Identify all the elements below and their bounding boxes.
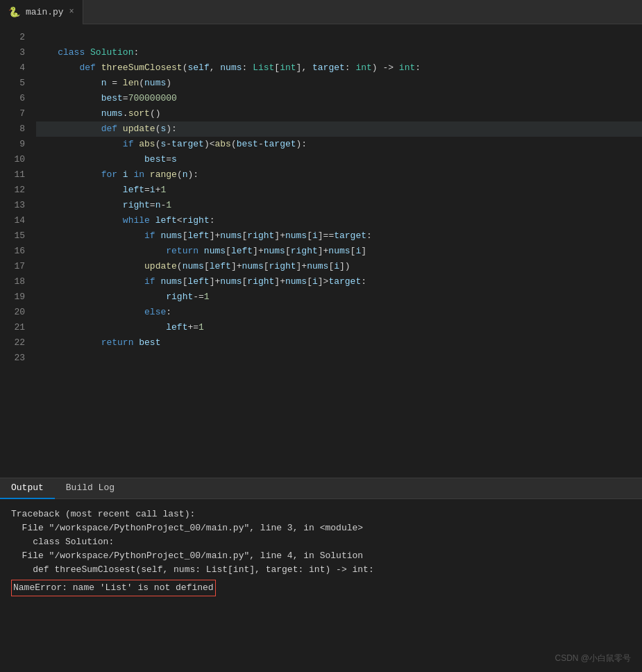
- code-line: left+=1: [36, 320, 642, 335]
- code-lines[interactable]: class Solution: def threeSumClosest(self…: [33, 24, 642, 478]
- code-line: class Solution:: [36, 45, 642, 60]
- code-line: if abs(s-target)<abs(best-target):: [36, 137, 642, 152]
- code-line: nums.sort(): [36, 106, 642, 121]
- code-line: def update(s):: [36, 121, 642, 137]
- watermark: CSDN @小白鼠零号: [555, 651, 631, 665]
- tab-label: main.py: [26, 7, 64, 17]
- code-line: while left<right:: [36, 213, 642, 228]
- error-line-container: NameError: name 'List' is not defined: [11, 580, 631, 596]
- code-line: n = len(nums): [36, 76, 642, 91]
- code-line: return best: [36, 335, 642, 351]
- code-container: 2 3 4 5 6 7 8 9 10 11 12 13 14 15 16 17 …: [0, 24, 642, 478]
- output-line-4: def threeSumClosest(self, nums: List[int…: [11, 563, 631, 577]
- code-line: if nums[left]+nums[right]+nums[i]>target…: [36, 274, 642, 289]
- close-tab-icon[interactable]: ×: [69, 7, 74, 17]
- tab-output[interactable]: Output: [0, 478, 55, 499]
- code-line: [36, 351, 642, 366]
- code-line: update(nums[left]+nums[right]+nums[i]): [36, 259, 642, 274]
- bottom-panel: Output Build Log Traceback (most recent …: [0, 478, 642, 672]
- output-line-1: File "/workspace/PythonProject_00/main.p…: [11, 521, 631, 535]
- python-icon: 🐍: [8, 6, 20, 18]
- tab-bar: 🐍 main.py ×: [0, 0, 642, 24]
- code-line: left=i+1: [36, 183, 642, 198]
- code-line: right=n-1: [36, 198, 642, 213]
- code-line: for i in range(n):: [36, 167, 642, 183]
- panel-tabs: Output Build Log: [0, 478, 642, 499]
- editor-area: 2 3 4 5 6 7 8 9 10 11 12 13 14 15 16 17 …: [0, 24, 642, 478]
- code-line: best=700000000: [36, 91, 642, 106]
- code-line: return nums[left]+nums[right]+nums[i]: [36, 244, 642, 259]
- code-line: best=s: [36, 152, 642, 167]
- output-line-3: File "/workspace/PythonProject_00/main.p…: [11, 549, 631, 563]
- output-line-2: class Solution:: [11, 535, 631, 549]
- tab-build-log[interactable]: Build Log: [55, 478, 126, 499]
- tab-main-py[interactable]: 🐍 main.py ×: [0, 0, 83, 24]
- code-line: if nums[left]+nums[right]+nums[i]==targe…: [36, 228, 642, 244]
- error-message: NameError: name 'List' is not defined: [11, 580, 216, 596]
- code-line: right-=1: [36, 289, 642, 305]
- code-line: def threeSumClosest(self, nums: List[int…: [36, 60, 642, 76]
- line-numbers: 2 3 4 5 6 7 8 9 10 11 12 13 14 15 16 17 …: [0, 24, 33, 478]
- output-area: Traceback (most recent call last): File …: [0, 499, 642, 672]
- code-line: [36, 30, 642, 45]
- code-line: else:: [36, 305, 642, 320]
- traceback-header: Traceback (most recent call last):: [11, 507, 631, 521]
